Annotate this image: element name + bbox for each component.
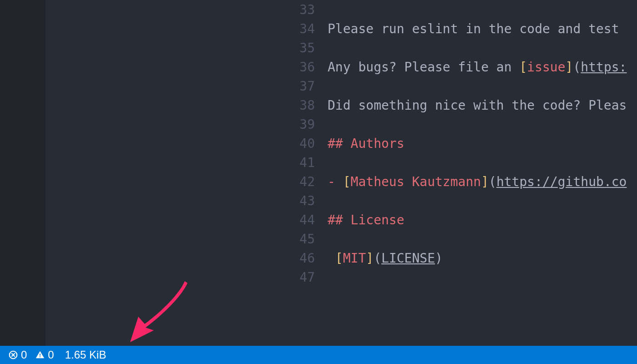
code-line[interactable]: 41 — [273, 153, 637, 172]
editor-area[interactable]: 3334Please run eslint in the code and te… — [273, 0, 637, 346]
line-number: 41 — [273, 155, 328, 170]
line-number: 38 — [273, 98, 328, 113]
code-line[interactable]: 33 — [273, 0, 637, 19]
code-line[interactable]: 43 — [273, 191, 637, 210]
code-line[interactable]: 36Any bugs? Please file an [issue](https… — [273, 57, 637, 76]
filesize-indicator[interactable]: 1.65 KiB — [65, 349, 106, 361]
line-content: [MIT](LICENSE) — [328, 251, 443, 266]
app-root: 3334Please run eslint in the code and te… — [0, 0, 637, 364]
code-line[interactable]: 38Did something nice with the code? Plea… — [273, 96, 637, 115]
warning-icon — [35, 350, 45, 360]
code-line[interactable]: 45 — [273, 229, 637, 248]
annotation-arrow-icon — [127, 278, 200, 350]
status-bar: 0 0 1.65 KiB — [0, 346, 637, 364]
line-content: ## License — [328, 212, 404, 228]
line-number: 33 — [273, 2, 328, 17]
code-line[interactable]: 37 — [273, 76, 637, 96]
warning-count: 0 — [48, 349, 54, 361]
svg-rect-4 — [40, 356, 40, 357]
line-number: 35 — [273, 40, 328, 56]
line-content: Any bugs? Please file an [issue](https: — [328, 60, 627, 75]
line-number: 47 — [273, 270, 328, 285]
activity-bar[interactable] — [0, 0, 46, 346]
line-content: - [Matheus Kautzmann](https://github.co — [328, 174, 627, 189]
line-content: Did something nice with the code? Pleas — [328, 98, 627, 113]
code-lines: 3334Please run eslint in the code and te… — [273, 0, 637, 287]
code-line[interactable]: 46 [MIT](LICENSE) — [273, 248, 637, 268]
code-line[interactable]: 40## Authors — [273, 134, 637, 153]
code-line[interactable]: 47 — [273, 268, 637, 287]
line-content: ## Authors — [328, 136, 404, 151]
side-panel[interactable] — [46, 0, 273, 346]
code-line[interactable]: 44## License — [273, 210, 637, 229]
problems-indicator[interactable]: 0 0 — [8, 349, 54, 361]
code-line[interactable]: 42- [Matheus Kautzmann](https://github.c… — [273, 172, 637, 191]
line-number: 43 — [273, 193, 328, 208]
line-number: 39 — [273, 117, 328, 132]
code-line[interactable]: 34Please run eslint in the code and test — [273, 19, 637, 38]
line-number: 40 — [273, 136, 328, 151]
line-number: 46 — [273, 251, 328, 266]
workspace: 3334Please run eslint in the code and te… — [0, 0, 637, 346]
filesize-text: 1.65 KiB — [65, 349, 106, 361]
line-number: 37 — [273, 79, 328, 94]
line-number: 34 — [273, 21, 328, 36]
line-content: Please run eslint in the code and test — [328, 21, 627, 36]
error-icon — [8, 350, 18, 360]
line-number: 44 — [273, 212, 328, 228]
line-number: 36 — [273, 60, 328, 75]
line-number: 45 — [273, 232, 328, 247]
code-line[interactable]: 39 — [273, 115, 637, 134]
error-count: 0 — [21, 349, 27, 361]
code-line[interactable]: 35 — [273, 38, 637, 57]
svg-rect-3 — [40, 354, 40, 356]
line-number: 42 — [273, 174, 328, 189]
